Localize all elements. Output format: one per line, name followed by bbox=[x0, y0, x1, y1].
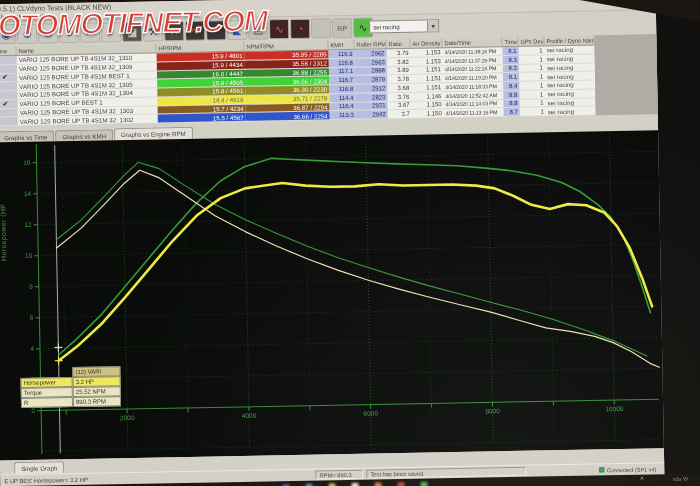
y-tick-label: 6 bbox=[30, 314, 34, 321]
profile-cell: sei racing bbox=[545, 80, 595, 89]
column-header[interactable]: Time bbox=[502, 37, 518, 46]
y-axis-label: Horsepower (HP bbox=[0, 204, 8, 261]
column-header[interactable]: KMH bbox=[328, 40, 354, 49]
chart-red-icon[interactable]: ∿ bbox=[269, 19, 289, 39]
run-visible-checkbox[interactable] bbox=[0, 108, 18, 116]
ratio-cell: 3.68 bbox=[387, 84, 411, 92]
kmh-cell: 114.4 bbox=[329, 94, 355, 102]
tab-single-graph[interactable]: Single Graph bbox=[14, 461, 64, 474]
profile-cell: sei racing bbox=[545, 98, 595, 107]
roller-rpm-cell: 2921 bbox=[356, 102, 388, 110]
taskbar-overflow-icon[interactable]: ^ bbox=[640, 476, 643, 483]
datetime-cell: 4/14/2020 11:18:33 PM bbox=[443, 82, 503, 91]
rpm-icon[interactable]: RP bbox=[332, 18, 352, 38]
taskbar-app-icon[interactable] bbox=[351, 482, 358, 486]
column-header[interactable]: GPs Device bbox=[518, 36, 544, 45]
profile-cell: sei racing bbox=[546, 107, 596, 116]
run-visible-checkbox[interactable] bbox=[0, 65, 17, 73]
taskbar-app-icon[interactable] bbox=[420, 481, 427, 486]
column-header[interactable]: HP/RPM bbox=[156, 42, 244, 53]
air-density-cell: 1.150 bbox=[412, 101, 444, 109]
status-rpm: RPM= 890.3 bbox=[315, 470, 363, 480]
npm-rpm-cell: 36.88 / 2255 bbox=[245, 68, 329, 77]
roller-rpm-cell: 2912 bbox=[355, 84, 387, 92]
run-visible-checkbox[interactable] bbox=[0, 91, 17, 99]
connection-label: Connected (SP1 v4) bbox=[607, 466, 657, 473]
column-header[interactable]: Ratio bbox=[386, 39, 410, 48]
gps-device-cell: 1 bbox=[519, 46, 545, 54]
run-visible-checkbox[interactable]: ✔ bbox=[0, 74, 17, 82]
y-tick-label: 12 bbox=[24, 221, 32, 228]
ratio-cell: 3.89 bbox=[387, 66, 411, 74]
ratio-cell: 3.82 bbox=[387, 58, 411, 66]
datetime-cell: 4/14/2020 11:13:19 PM bbox=[444, 108, 504, 117]
curve-hp-2 bbox=[55, 176, 652, 360]
gps-device-cell: 1 bbox=[519, 73, 545, 81]
air-density-cell: 1.151 bbox=[411, 83, 443, 91]
hp-rpm-cell: 15.5 / 4567 bbox=[158, 113, 246, 122]
time-cell: 8.1 bbox=[503, 73, 519, 81]
grid-h bbox=[40, 337, 658, 348]
hp-rpm-cell: 15.7 / 4234 bbox=[158, 104, 246, 113]
watermark: OTOMOTIFNET.COM bbox=[0, 4, 267, 42]
air-density-cell: 1.150 bbox=[412, 109, 444, 117]
npm-rpm-cell: 36.66 / 2254 bbox=[246, 112, 330, 121]
column-header[interactable]: NPM/RPM bbox=[244, 40, 328, 51]
hp-rpm-cell: 16.0 / 4447 bbox=[157, 69, 245, 78]
roller-rpm-cell: 2962 bbox=[355, 49, 387, 57]
grid-major-v bbox=[488, 139, 494, 443]
air-density-cell: 1.146 bbox=[411, 92, 443, 100]
column-header[interactable]: View bbox=[0, 46, 17, 55]
column-header[interactable]: Date/Time bbox=[442, 37, 502, 47]
grid-major-v bbox=[366, 141, 372, 445]
grid-h bbox=[39, 306, 657, 317]
run-visible-checkbox[interactable] bbox=[0, 56, 17, 64]
grid-h bbox=[38, 244, 656, 255]
connected-icon bbox=[600, 467, 605, 472]
kmh-cell: 116.8 bbox=[329, 59, 355, 67]
x-tick-label: 6000 bbox=[364, 409, 379, 416]
run-visible-checkbox[interactable] bbox=[0, 82, 17, 90]
grid-major-v bbox=[609, 137, 615, 441]
curve-torque-3 bbox=[55, 161, 659, 378]
profile-cell: sei racing bbox=[545, 63, 595, 72]
grid-minor-v bbox=[183, 144, 189, 448]
roller-rpm-cell: 2942 bbox=[356, 110, 388, 118]
dyno-graph: 0246810121416200040006000800010000Horsep… bbox=[0, 130, 664, 460]
roller-rpm-cell: 2888 bbox=[355, 67, 387, 75]
chevron-down-icon[interactable]: ▼ bbox=[427, 20, 438, 31]
kmh-cell: 117.1 bbox=[329, 67, 355, 75]
taskbar-app-icon[interactable] bbox=[397, 481, 404, 486]
ratio-cell: 3.78 bbox=[387, 75, 411, 83]
datetime-cell: 4/14/2020 11:14:03 PM bbox=[444, 100, 504, 109]
column-header[interactable]: Profile / Dyno Name bbox=[544, 35, 594, 45]
taskbar-app-icon[interactable] bbox=[374, 482, 381, 486]
hp-rpm-cell: 14.4 / 4619 bbox=[157, 96, 245, 105]
npm-rpm-cell: 36.30 / 2230 bbox=[245, 85, 329, 94]
kmh-cell: 116.8 bbox=[329, 85, 355, 93]
npm-rpm-cell: 36.06 / 2304 bbox=[245, 77, 329, 86]
time-cell: 8.7 bbox=[504, 108, 520, 116]
run-visible-checkbox[interactable]: ✔ bbox=[0, 100, 18, 108]
y-tick-label: 10 bbox=[25, 252, 33, 259]
profile-dropdown[interactable]: sei racing ▼ bbox=[369, 19, 439, 33]
gps-device-cell: 1 bbox=[519, 64, 545, 72]
gps-device-cell: 1 bbox=[519, 99, 545, 107]
gauge-red-icon[interactable]: ◔ bbox=[290, 19, 310, 39]
runs-table-wrap: ViewNameHP/RPMNPM/RPMKMHRoller RPMRatioA… bbox=[0, 34, 658, 126]
run-visible-checkbox[interactable] bbox=[0, 117, 18, 125]
npm-rpm-cell: 36.87 / 2294 bbox=[246, 103, 330, 112]
y-tick-label: 4 bbox=[30, 345, 34, 352]
gps-device-cell: 1 bbox=[519, 81, 545, 89]
datetime-cell: 4/14/2020 11:37:29 PM bbox=[443, 56, 503, 65]
grid-minor-v bbox=[305, 142, 311, 446]
kmh-cell: 116.4 bbox=[330, 102, 356, 110]
cursor-tooltip: (12) VARIHorsepower3.2 HPTorque25.52 NPM… bbox=[20, 366, 121, 408]
blank-icon[interactable] bbox=[311, 18, 331, 38]
photographed-monitor: (0.5.1) CLVdyno Tests (BLACK NEW) Channe… bbox=[0, 0, 700, 486]
column-header[interactable]: Roller RPM bbox=[354, 39, 386, 49]
time-cell: 8.8 bbox=[503, 91, 519, 99]
column-header[interactable]: Air Density bbox=[410, 38, 442, 48]
roller-rpm-cell: 2963 bbox=[355, 58, 387, 66]
x-axis bbox=[41, 399, 659, 410]
